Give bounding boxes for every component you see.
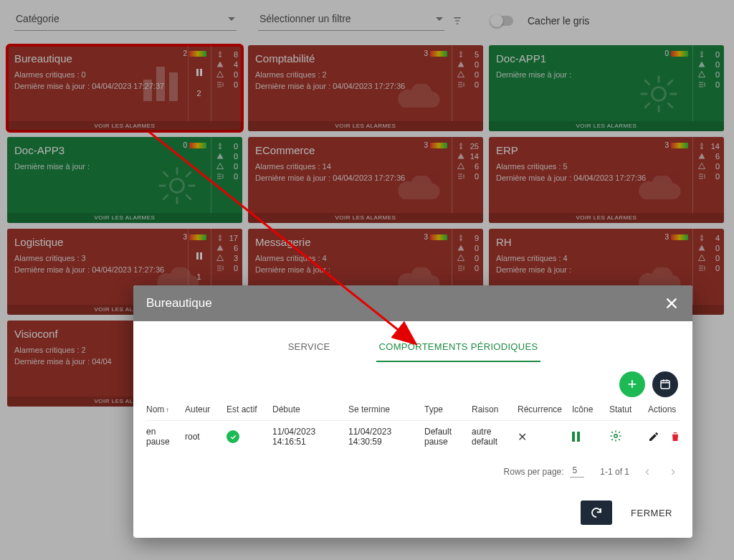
col-name[interactable]: Nom ↑ (146, 404, 181, 414)
service-card-erp[interactable]: ERPAlarmes critiques : 5Dernière mise à … (489, 137, 724, 223)
bar-chart-icon (143, 65, 178, 101)
col-start[interactable]: Débute (272, 404, 344, 414)
card-critical: Alarmes critiques : 4 (255, 254, 447, 262)
pause-icon (196, 252, 202, 260)
sun-icon (634, 72, 684, 115)
col-reason[interactable]: Raison (472, 404, 513, 414)
chevron-down-icon (228, 17, 235, 21)
cloud-icon (393, 84, 443, 115)
card-critical: Alarmes critiques : 2 (255, 70, 447, 79)
calendar-button[interactable] (652, 371, 678, 397)
col-type[interactable]: Type (424, 404, 467, 414)
add-button[interactable]: + (619, 371, 645, 397)
pause-column: 2 (188, 45, 209, 121)
cell-author: root (185, 432, 222, 442)
card-critical: Alarmes critiques : 5 (496, 162, 688, 171)
periodic-modal: Bureautique SERVICE COMPORTEMENTS PÉRIOD… (133, 285, 692, 538)
card-title: Bureautique (14, 52, 206, 65)
gauge: 3 (664, 141, 688, 149)
gauge: 0 (183, 141, 206, 149)
service-card-doc-app1[interactable]: Doc-APP1Dernière mise à jour : 00000VOIR… (489, 45, 724, 131)
refresh-button[interactable] (581, 500, 612, 525)
card-critical: Alarmes critiques : 4 (496, 254, 688, 262)
card-title: RH (496, 236, 688, 248)
category-select[interactable]: Catégorie (14, 10, 237, 31)
gauge: 3 (424, 141, 447, 149)
card-critical: Alarmes critiques : 3 (14, 254, 206, 262)
delete-icon[interactable] (669, 431, 681, 442)
page-range: 1-1 of 1 (600, 467, 629, 477)
category-label: Catégorie (16, 13, 59, 24)
see-alarms-link[interactable]: VOIR LES ALARMES (248, 213, 483, 223)
cell-start: 11/04/2023 14:16:51 (272, 427, 344, 447)
col-recur[interactable]: Récurrence (518, 404, 568, 414)
card-counters: 251460 (452, 137, 483, 213)
gauge: 3 (664, 233, 688, 241)
col-active[interactable]: Est actif (227, 404, 268, 414)
svg-point-1 (171, 179, 184, 193)
prev-page-button[interactable]: ‹ (645, 464, 649, 479)
filter-select[interactable]: Sélectionner un filtre (258, 10, 444, 31)
pause-icon (196, 69, 202, 76)
close-button[interactable]: FERMER (626, 502, 677, 524)
card-title: Messagerie (255, 236, 447, 248)
cell-type: Default pause (424, 427, 467, 447)
chevron-down-icon (436, 17, 443, 21)
card-counters: 0000 (211, 137, 242, 213)
hide-grey-label: Cacher le gris (528, 15, 589, 27)
card-title: Doc-APP3 (14, 144, 206, 156)
card-counters: 4000 (692, 229, 724, 305)
see-alarms-link[interactable]: VOIR LES ALARMES (7, 213, 242, 223)
col-end[interactable]: Se termine (348, 404, 420, 414)
service-card-bureautique[interactable]: BureautiqueAlarmes critiques : 0Dernière… (7, 45, 242, 131)
card-counters: 8400 (211, 45, 242, 121)
filter-label: Sélectionner un filtre (259, 13, 351, 24)
sun-icon (152, 164, 202, 207)
rows-per-page-select[interactable]: 5 (570, 465, 585, 478)
filter-icon[interactable] (452, 16, 463, 26)
svg-point-0 (652, 87, 666, 101)
table-header: Nom ↑ Auteur Est actif Débute Se termine… (146, 404, 680, 420)
cell-name: en pause (146, 427, 181, 447)
card-title: ERP (496, 144, 688, 156)
svg-rect-3 (661, 381, 669, 389)
tab-service[interactable]: SERVICE (285, 334, 333, 362)
see-alarms-link[interactable]: VOIR LES ALARMES (489, 213, 724, 223)
see-alarms-link[interactable]: VOIR LES ALARMES (489, 121, 724, 131)
cloud-icon (393, 176, 443, 207)
see-alarms-link[interactable]: VOIR LES ALARMES (7, 121, 242, 131)
card-title: Logistique (14, 236, 206, 248)
edit-icon[interactable] (648, 431, 659, 442)
see-alarms-link[interactable]: VOIR LES ALARMES (248, 121, 483, 131)
col-author[interactable]: Auteur (185, 404, 222, 414)
next-page-button[interactable]: › (671, 464, 675, 479)
service-card-ecommerce[interactable]: ECommerceAlarmes critiques : 14Dernière … (248, 137, 483, 223)
svg-point-4 (614, 434, 618, 437)
rows-per-page-label: Rows per page: (504, 467, 564, 477)
gauge: 3 (424, 49, 447, 57)
card-title: Doc-APP1 (496, 52, 688, 65)
card-counters: 5000 (452, 45, 483, 121)
cell-reason: autre default (472, 427, 513, 447)
service-card-doc-app3[interactable]: Doc-APP3Dernière mise à jour : 00000VOIR… (7, 137, 242, 223)
close-icon[interactable] (664, 295, 680, 311)
col-actions[interactable]: Actions (648, 404, 688, 414)
cell-end: 11/04/2023 14:30:59 (348, 427, 420, 447)
gauge: 0 (664, 49, 688, 57)
cloud-icon (634, 176, 684, 207)
card-critical: Alarmes critiques : 14 (255, 162, 447, 171)
active-check-icon (227, 430, 239, 443)
pause-icon (572, 432, 605, 442)
modal-title: Bureautique (146, 296, 212, 310)
card-counters: 0000 (692, 45, 724, 121)
table-row: en pause root 11/04/2023 14:16:51 11/04/… (146, 420, 680, 452)
tab-periodic[interactable]: COMPORTEMENTS PÉRIODIQUES (376, 334, 541, 362)
col-icon[interactable]: Icône (572, 404, 605, 414)
card-counters: 14600 (692, 137, 724, 213)
service-card-comptabilité[interactable]: ComptabilitéAlarmes critiques : 2Dernièr… (248, 45, 483, 131)
recurrence-none-icon: ✕ (518, 430, 568, 444)
col-status[interactable]: Statut (609, 404, 644, 414)
status-gear-icon (609, 430, 644, 445)
hide-grey-toggle[interactable] (492, 16, 513, 26)
table-pagination: Rows per page: 5 1-1 of 1 ‹ › (133, 452, 692, 490)
